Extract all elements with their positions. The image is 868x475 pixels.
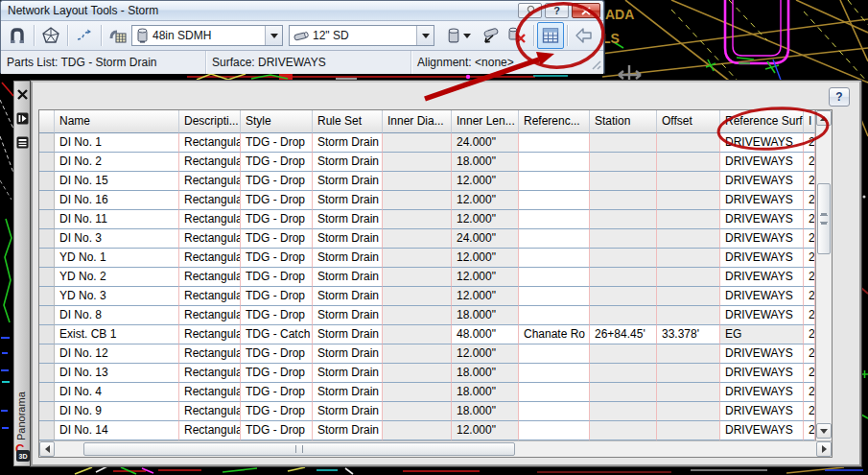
cell-inner_len[interactable]: 12.000" [452,172,519,191]
cell-last[interactable]: 29 [804,364,815,383]
cell-inner_len[interactable]: 12.000" [452,249,519,268]
cell-ref_surface[interactable]: DRIVEWAYS [720,306,804,325]
table-row[interactable]: DI No. 15RectangularTDG - DropStorm Drai… [39,172,832,191]
cell-ref_surface[interactable]: DRIVEWAYS [720,268,804,287]
table-row[interactable]: DI No. 16RectangularTDG - DropStorm Drai… [39,191,832,210]
cell-rule_set[interactable]: Storm Drain [313,421,383,440]
table-row[interactable]: DI No. 12RectangularTDG - DropStorm Drai… [39,344,832,364]
pin-button[interactable] [518,3,542,18]
draw-pipe-button[interactable] [477,22,504,49]
cell-offset[interactable] [657,287,720,306]
cell-inner_len[interactable]: 12.000" [452,421,519,440]
resize-grip[interactable] [589,58,601,70]
toolbar-titlebar[interactable]: Network Layout Tools - Storm ? [1,1,603,21]
column-header-description[interactable]: Descripti... [179,110,241,133]
cell-station[interactable] [590,268,657,287]
cell-reference[interactable] [519,402,590,421]
cell-name[interactable]: DI No. 15 [55,172,179,191]
scroll-up-button[interactable] [816,110,832,126]
cell-last[interactable]: 29 [804,383,815,402]
row-indicator[interactable] [39,344,55,364]
cell-station[interactable] [590,364,657,383]
cell-name[interactable]: DI No. 13 [55,364,179,383]
table-row[interactable]: DI No. 14RectangularTDG - DropStorm Drai… [39,421,832,440]
column-header-inner_dia[interactable]: Inner Dia... [383,110,452,133]
table-row[interactable]: Exist. CB 1RectangularTDG - CatchStorm D… [39,325,832,344]
cell-inner_dia[interactable] [383,133,452,153]
pipe-dropdown-arrow[interactable] [416,26,434,45]
cell-description[interactable]: Rectangular [179,344,241,364]
cell-reference[interactable] [519,344,590,364]
help-button[interactable]: ? [545,3,569,18]
cell-rule_set[interactable]: Storm Drain [313,364,383,383]
cell-inner_dia[interactable] [383,268,452,287]
cell-reference[interactable] [519,306,590,325]
cell-name[interactable]: DI No. 8 [55,306,179,325]
parts-list-button[interactable] [105,22,131,49]
cell-rule_set[interactable]: Storm Drain [313,383,383,402]
cell-offset[interactable] [657,172,720,191]
row-indicator[interactable] [39,172,55,191]
cell-offset[interactable] [657,306,720,325]
cell-station[interactable] [590,229,657,249]
panorama-close-icon[interactable] [16,88,29,101]
cell-rule_set[interactable]: Storm Drain [313,153,383,172]
cell-rule_set[interactable]: Storm Drain [313,210,383,229]
table-row[interactable]: YD No. 3RectangularTDG - DropStorm Drain… [39,287,832,306]
cell-inner_len[interactable]: 18.000" [452,153,519,172]
cell-inner_dia[interactable] [383,191,452,210]
cell-rule_set[interactable]: Storm Drain [313,133,383,153]
cell-last[interactable]: 29 [804,191,815,210]
select-surface-button[interactable] [37,22,64,49]
select-alignment-button[interactable] [71,22,98,49]
cell-name[interactable]: DI No. 1 [55,133,179,153]
cell-last[interactable]: 29 [804,153,815,172]
cell-name[interactable]: YD No. 3 [55,287,179,306]
cell-rule_set[interactable]: Storm Drain [313,402,383,421]
cell-inner_dia[interactable] [383,364,452,383]
cell-name[interactable]: DI No. 4 [55,383,179,402]
cell-description[interactable]: Rectangular [179,210,241,229]
row-indicator[interactable] [39,325,55,344]
previous-arrow-button[interactable] [571,22,598,49]
cell-rule_set[interactable]: Storm Drain [313,268,383,287]
cell-style[interactable]: TDG - Drop [241,306,313,325]
horizontal-scroll-thumb[interactable] [83,442,515,456]
cell-name[interactable]: DI No. 3 [55,229,179,249]
row-indicator[interactable] [39,249,55,268]
cell-style[interactable]: TDG - Drop [241,421,313,440]
cell-offset[interactable]: 33.378' [657,325,720,344]
row-indicator[interactable] [39,191,55,210]
scroll-right-button[interactable] [816,441,832,457]
table-row[interactable]: DI No. 1RectangularTDG - DropStorm Drain… [39,133,832,153]
cell-style[interactable]: TDG - Drop [241,229,313,249]
cell-offset[interactable] [657,191,720,210]
cell-last[interactable]: 29 [804,287,815,306]
cell-station[interactable] [590,402,657,421]
cell-ref_surface[interactable]: DRIVEWAYS [720,249,804,268]
cell-station[interactable] [590,249,657,268]
cell-inner_dia[interactable] [383,210,452,229]
column-header-ref_surface[interactable]: Reference Surface [720,110,804,133]
column-header-offset[interactable]: Offset [657,110,720,133]
cell-description[interactable]: Rectangular [179,402,241,421]
cell-description[interactable]: Rectangular [179,172,241,191]
cell-offset[interactable] [657,210,720,229]
cell-inner_len[interactable]: 18.000" [452,402,519,421]
cell-reference[interactable]: Chanate Ro [519,325,590,344]
cell-station[interactable] [590,172,657,191]
cell-style[interactable]: TDG - Drop [241,287,313,306]
toggle-panorama-button[interactable] [537,22,564,49]
cell-inner_dia[interactable] [383,287,452,306]
cell-description[interactable]: Rectangular [179,364,241,383]
cell-name[interactable]: DI No. 12 [55,344,179,364]
cell-inner_len[interactable]: 12.000" [452,191,519,210]
cell-description[interactable]: Rectangular [179,153,241,172]
cell-last[interactable]: 29 [804,325,815,344]
cell-last[interactable]: 29 [804,210,815,229]
row-indicator[interactable] [39,383,55,402]
cell-station[interactable] [590,287,657,306]
cell-rule_set[interactable]: Storm Drain [313,229,383,249]
table-row[interactable]: DI No. 9RectangularTDG - DropStorm Drain… [39,402,832,421]
table-row[interactable]: DI No. 8RectangularTDG - DropStorm Drain… [39,306,832,325]
